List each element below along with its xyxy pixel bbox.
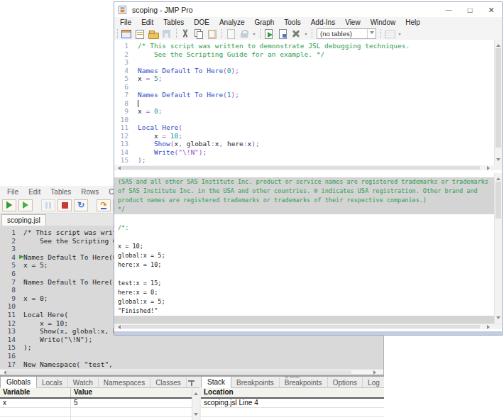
chevron-down-icon[interactable] (367, 29, 376, 38)
menu-analyze[interactable]: Analyze (214, 18, 250, 26)
line-number: 1 (114, 42, 132, 50)
table-row[interactable] (0, 417, 199, 420)
scroll-right-icon[interactable] (487, 325, 492, 329)
new-script-icon[interactable] (277, 28, 289, 39)
menu-graph[interactable]: Graph (250, 18, 280, 26)
code-line: 6 (114, 83, 494, 92)
go-icon[interactable] (2, 199, 16, 211)
new-data-table-icon[interactable] (134, 28, 146, 39)
stop-icon[interactable] (57, 199, 72, 211)
table-row[interactable]: scoping.jsl Line 4 (201, 399, 384, 408)
column-header: Value (71, 388, 199, 397)
menu-edit[interactable]: Edit (23, 188, 45, 196)
table-row[interactable]: x5 (0, 399, 199, 408)
scroll-up-icon[interactable] (496, 42, 500, 47)
variables-table-scrollbar[interactable] (192, 388, 199, 420)
log-line: test:x = 15; (114, 279, 494, 288)
scroll-up-icon[interactable] (496, 175, 500, 180)
menu-doe[interactable]: DOE (189, 18, 214, 26)
scroll-down-icon[interactable] (194, 413, 198, 418)
column-header: Location (201, 388, 384, 397)
minimize-icon[interactable] (438, 2, 459, 17)
maximize-icon[interactable] (459, 2, 481, 17)
line-number: 4 (0, 253, 18, 262)
table-row[interactable] (201, 417, 384, 420)
scroll-left-icon[interactable] (116, 166, 121, 170)
cut-icon[interactable] (180, 28, 192, 39)
code-text (132, 99, 138, 108)
line-number: 7 (114, 91, 132, 99)
log-vscrollbar[interactable] (494, 173, 502, 324)
pin-icon[interactable] (188, 380, 195, 386)
close-icon[interactable] (481, 2, 502, 17)
run-script-icon[interactable] (263, 28, 275, 39)
editor-vscrollbar[interactable] (494, 40, 502, 165)
tab-watch[interactable]: Watch (68, 377, 99, 387)
copy-icon[interactable] (193, 28, 205, 39)
editor-hscrollbar[interactable] (114, 165, 502, 170)
window-title: scoping - JMP Pro (132, 6, 193, 14)
menu-tools[interactable]: Tools (279, 18, 305, 26)
line-number: 2 (0, 237, 18, 245)
scrollbar-thumb[interactable] (495, 182, 501, 219)
scroll-down-icon[interactable] (496, 158, 500, 163)
table-row[interactable] (0, 408, 199, 417)
tab-namespaces[interactable]: Namespaces (99, 377, 150, 387)
menu-rows[interactable]: Rows (76, 188, 104, 196)
scroll-left-icon[interactable] (116, 325, 121, 329)
menu-help[interactable]: Help (400, 18, 425, 26)
script-editor[interactable]: 1/* This script was written to demonstra… (114, 40, 494, 165)
toolbar-overflow-icon[interactable] (304, 29, 309, 38)
data-table-icon (384, 28, 396, 39)
menu-add-ins[interactable]: Add-Ins (306, 18, 340, 26)
scrollbar-thumb[interactable] (121, 325, 480, 328)
menu-view[interactable]: View (340, 18, 366, 26)
code-line: 17New Namespace( "test", (0, 360, 383, 369)
open-icon[interactable] (148, 28, 160, 39)
log-line: product names are registered trademarks … (114, 196, 494, 205)
run-icon[interactable] (18, 199, 33, 211)
tools-icon[interactable] (290, 28, 302, 39)
log-line: */ (114, 205, 494, 214)
scrollbar-thumb[interactable] (121, 166, 480, 170)
scrollbar-thumb[interactable] (7, 370, 351, 374)
menu-tables[interactable]: Tables (45, 188, 76, 196)
toolbar-overflow-icon[interactable] (252, 29, 257, 38)
table-header-row: Location (201, 388, 384, 399)
menu-edit[interactable]: Edit (136, 18, 158, 26)
tab-data-breakpoints[interactable]: Data Breakpoints (280, 377, 328, 387)
line-number: 5 (0, 261, 18, 270)
tab-breakpoints[interactable]: Breakpoints (231, 377, 280, 387)
log-line (114, 316, 494, 324)
menu-file[interactable]: File (115, 18, 136, 26)
toolbar-overflow-icon[interactable] (398, 29, 402, 38)
tab-locals[interactable]: Locals (37, 377, 68, 387)
tab-scoping-jsl[interactable]: scoping.jsl (1, 214, 46, 226)
debugger-editor-hscrollbar[interactable] (0, 369, 383, 375)
titlebar[interactable]: scoping - JMP Pro (114, 2, 502, 17)
line-number: 8 (114, 99, 132, 108)
scroll-right-icon[interactable] (487, 166, 492, 170)
scroll-up-icon[interactable] (194, 390, 198, 395)
menu-tables[interactable]: Tables (158, 18, 189, 26)
reset-icon[interactable] (74, 199, 88, 211)
tab-log[interactable]: Log (363, 377, 384, 387)
tab-options[interactable]: Options (328, 377, 363, 387)
log-hscrollbar[interactable] (114, 324, 502, 329)
tab-call-stack[interactable]: Call Stack (201, 377, 231, 388)
table-list-combo[interactable]: (no tables) (317, 28, 376, 39)
log-output[interactable]: (SAS and all other SAS Institute Inc. pr… (114, 173, 494, 324)
menu-window[interactable]: Window (366, 18, 401, 26)
scrollbar-thumb[interactable] (495, 48, 501, 148)
code-line: 1/* This script was written to demonstra… (114, 42, 494, 50)
tab-globals[interactable]: Globals (0, 377, 37, 388)
scroll-down-icon[interactable] (496, 316, 500, 321)
log-line (114, 270, 494, 279)
execution-pointer-icon (19, 255, 24, 259)
new-journal-icon[interactable] (121, 28, 133, 39)
step-over-icon[interactable] (97, 199, 111, 211)
tab-classes[interactable]: Classes (150, 377, 187, 387)
table-row[interactable] (201, 408, 384, 417)
menu-file[interactable]: File (2, 188, 23, 196)
code-text: x = 5; (132, 74, 162, 83)
